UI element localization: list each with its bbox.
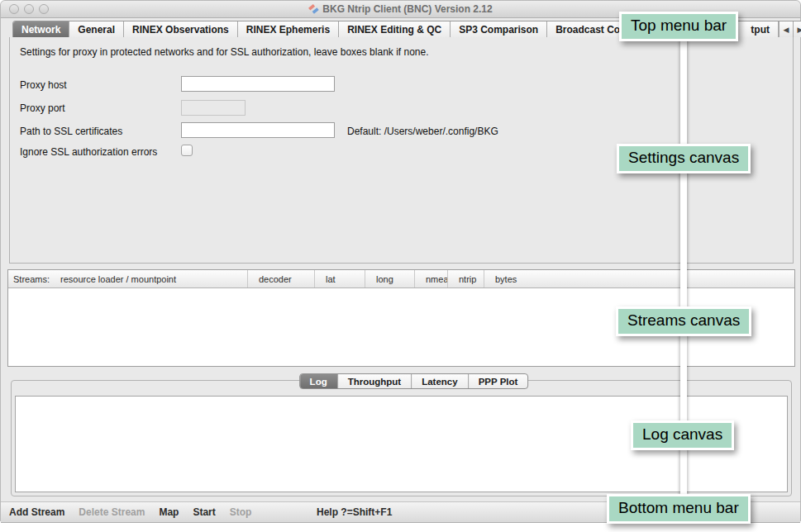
column-bytes[interactable]: bytes bbox=[484, 270, 794, 287]
stop-button: Stop bbox=[230, 506, 252, 518]
tab-general[interactable]: General bbox=[69, 21, 124, 37]
tab-rinex-ephemeris[interactable]: RINEX Ephemeris bbox=[238, 21, 339, 37]
streams-header-row: Streams: resource loader / mountpoint de… bbox=[8, 270, 794, 288]
annotation-bottom-menu-bar: Bottom menu bar bbox=[607, 494, 751, 524]
tab-scroll-left-icon[interactable]: ◀ bbox=[779, 21, 793, 37]
bnc-app-icon bbox=[308, 3, 319, 14]
proxy-port-input bbox=[181, 100, 246, 116]
tab-latency[interactable]: Latency bbox=[412, 374, 468, 388]
help-shortcut-label: Help ?=Shift+F1 bbox=[317, 506, 392, 518]
tab-rinex-editing-qc[interactable]: RINEX Editing & QC bbox=[339, 21, 451, 37]
window-title-text: BKG Ntrip Client (BNC) Version 2.12 bbox=[322, 3, 492, 15]
column-ntrip[interactable]: ntrip bbox=[448, 270, 484, 287]
map-button[interactable]: Map bbox=[159, 506, 179, 518]
settings-description: Settings for proxy in protected networks… bbox=[20, 46, 429, 58]
tab-rinex-observations[interactable]: RINEX Observations bbox=[124, 21, 238, 37]
proxy-port-label: Proxy port bbox=[20, 102, 65, 114]
annotation-streams-canvas: Streams canvas bbox=[616, 306, 751, 336]
proxy-host-input[interactable] bbox=[181, 76, 335, 92]
proxy-host-label: Proxy host bbox=[20, 79, 67, 91]
column-lat[interactable]: lat bbox=[315, 270, 365, 287]
annotation-top-menu-bar: Top menu bar bbox=[619, 12, 738, 41]
tab-network[interactable]: Network bbox=[13, 21, 69, 37]
tab-ppp-plot[interactable]: PPP Plot bbox=[469, 374, 528, 388]
ssl-default-hint: Default: /Users/weber/.config/BKG bbox=[347, 126, 498, 137]
column-mountpoint: resource loader / mountpoint bbox=[60, 274, 176, 284]
annotation-log-canvas: Log canvas bbox=[631, 420, 734, 450]
add-stream-button[interactable]: Add Stream bbox=[9, 506, 64, 518]
delete-stream-button: Delete Stream bbox=[79, 506, 145, 518]
ssl-path-label: Path to SSL certificates bbox=[20, 126, 122, 137]
annotation-settings-canvas: Settings canvas bbox=[617, 144, 751, 173]
column-nmea[interactable]: nmea bbox=[415, 270, 448, 287]
column-decoder[interactable]: decoder bbox=[248, 270, 315, 287]
tab-throughput[interactable]: Throughput bbox=[338, 374, 412, 388]
column-long[interactable]: long bbox=[365, 270, 415, 287]
tab-scroll-right-icon[interactable]: ▶ bbox=[793, 21, 801, 37]
ssl-path-input[interactable] bbox=[181, 122, 335, 138]
screenshot-stage: BKG Ntrip Client (BNC) Version 2.12 Netw… bbox=[0, 0, 801, 532]
ignore-ssl-checkbox[interactable] bbox=[181, 145, 193, 156]
ignore-ssl-label: Ignore SSL authorization errors bbox=[20, 146, 157, 158]
log-tab-bar: Log Throughput Latency PPP Plot bbox=[299, 373, 529, 389]
tab-log[interactable]: Log bbox=[300, 374, 338, 388]
tab-sp3-comparison[interactable]: SP3 Comparison bbox=[451, 21, 547, 37]
start-button[interactable]: Start bbox=[193, 506, 215, 518]
streams-section-label: Streams: bbox=[13, 274, 50, 284]
streams-header-mountpoint[interactable]: Streams: resource loader / mountpoint bbox=[8, 270, 248, 287]
